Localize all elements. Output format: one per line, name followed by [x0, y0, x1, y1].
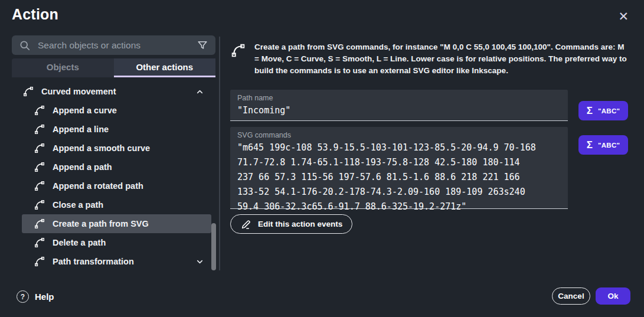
- list-group-path-transformation[interactable]: Path transformation: [22, 252, 211, 271]
- search-icon: [19, 40, 31, 51]
- cancel-button[interactable]: Cancel: [552, 287, 590, 305]
- bezier-curve-icon: [230, 43, 246, 58]
- list-item-close-a-path[interactable]: Close a path: [22, 195, 211, 214]
- list-scrollbar[interactable]: [211, 223, 216, 270]
- svg-commands-label: SVG commands: [237, 131, 561, 139]
- expression-builder-button-path-name[interactable]: Σ "ABC": [578, 101, 628, 120]
- sigma-icon: Σ: [587, 106, 593, 116]
- list-item-append-a-line[interactable]: Append a line: [22, 120, 211, 139]
- list-item-append-a-curve[interactable]: Append a curve: [22, 101, 211, 120]
- help-label: Help: [35, 292, 54, 302]
- action-description-text: Create a path from SVG commands, for ins…: [254, 41, 629, 77]
- list-item-append-a-path[interactable]: Append a path: [22, 158, 211, 177]
- chevron-up-icon[interactable]: [195, 87, 204, 96]
- close-icon: ✕: [618, 9, 629, 23]
- tab-bar: Objects Other actions: [12, 58, 215, 77]
- search-input[interactable]: [37, 40, 191, 51]
- bezier-curve-icon: [34, 237, 45, 249]
- search-bar[interactable]: [12, 35, 215, 55]
- bezier-curve-icon: [34, 104, 45, 116]
- list-item-delete-a-path[interactable]: Delete a path: [22, 233, 211, 252]
- page-title: Action: [12, 6, 58, 23]
- list-item-append-a-smooth-curve[interactable]: Append a smooth curve: [22, 139, 211, 158]
- bezier-curve-icon: [34, 218, 45, 230]
- help-icon: ?: [17, 290, 29, 303]
- list-item-append-a-rotated-path[interactable]: Append a rotated path: [22, 177, 211, 195]
- path-name-value[interactable]: "Incoming": [237, 103, 561, 118]
- panel-divider: [219, 37, 220, 270]
- pencil-icon: [240, 218, 252, 230]
- help-link[interactable]: ? Help: [17, 290, 54, 303]
- bezier-curve-icon: [34, 123, 45, 135]
- tab-other-actions[interactable]: Other actions: [114, 58, 216, 77]
- tab-objects[interactable]: Objects: [12, 58, 114, 77]
- path-name-field[interactable]: Path name "Incoming": [230, 90, 568, 121]
- abc-label: "ABC": [598, 107, 620, 115]
- edit-action-events-label: Edit this action events: [258, 220, 342, 228]
- bezier-curve-icon: [34, 256, 45, 267]
- list-item-create-a-path-from-svg[interactable]: Create a path from SVG: [22, 214, 211, 233]
- svg-commands-field[interactable]: SVG commands "m645 199c-108 53.9-15.5-10…: [230, 127, 568, 209]
- sigma-icon: Σ: [587, 140, 593, 150]
- bezier-curve-icon: [34, 199, 45, 211]
- actions-list: Curved movement Append a curve Append a …: [12, 82, 211, 271]
- bezier-curve-icon: [34, 161, 45, 173]
- svg-commands-value[interactable]: "m645 199c-108 53.9-15.5-103-101-123-85.…: [237, 140, 561, 214]
- abc-label: "ABC": [598, 142, 620, 149]
- action-description: Create a path from SVG commands, for ins…: [230, 41, 629, 77]
- list-group-curved-movement[interactable]: Curved movement: [12, 82, 211, 101]
- bezier-curve-icon: [34, 142, 45, 154]
- expression-builder-button-svg-commands[interactable]: Σ "ABC": [578, 135, 628, 155]
- action-dialog: Action ✕ Objects Other actions Curved mo…: [0, 0, 644, 317]
- filter-icon[interactable]: [197, 40, 208, 51]
- edit-action-events-button[interactable]: Edit this action events: [230, 214, 352, 234]
- bezier-curve-icon: [22, 86, 34, 97]
- close-button[interactable]: ✕: [616, 8, 631, 25]
- path-name-label: Path name: [237, 94, 561, 102]
- chevron-down-icon[interactable]: [195, 257, 204, 266]
- bezier-curve-icon: [34, 180, 45, 192]
- ok-button[interactable]: Ok: [596, 287, 630, 305]
